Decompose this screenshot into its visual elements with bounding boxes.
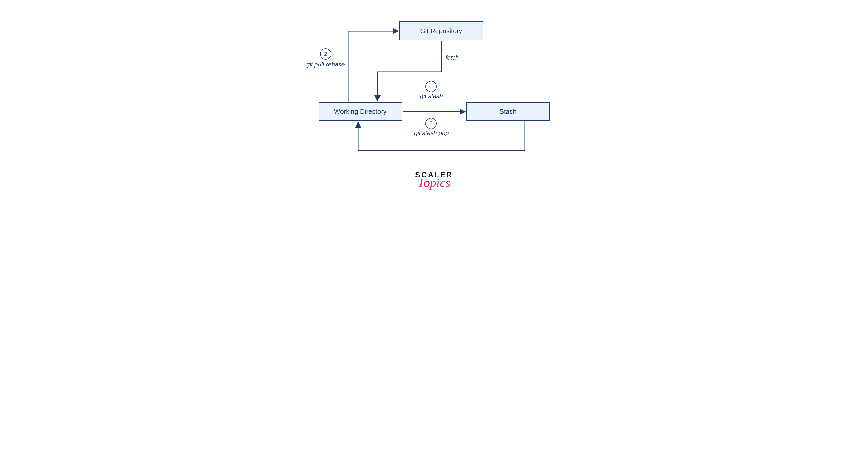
label-fetch: fetch: [445, 54, 476, 61]
node-git-repository-label: Git Repository: [420, 27, 462, 35]
label-stash-pop: git stash pop: [398, 130, 465, 137]
logo-line-topics: Topics: [406, 177, 462, 189]
node-git-repository: Git Repository: [399, 22, 483, 40]
node-working-directory-label: Working Directory: [334, 108, 386, 116]
step-badge-2: 2: [320, 49, 331, 60]
step-badge-3: 3: [426, 118, 437, 129]
step-badge-1-number: 1: [429, 83, 432, 90]
label-stash: git stash: [403, 93, 460, 100]
diagram-canvas: Git Repository Working Directory Stash 2…: [243, 0, 625, 209]
node-stash-label: Stash: [499, 108, 517, 116]
label-pull-rebase: git pull-rebase: [287, 61, 364, 68]
step-badge-3-number: 3: [429, 120, 432, 127]
scaler-topics-logo: SCALER Topics: [406, 171, 462, 189]
node-working-directory: Working Directory: [318, 102, 402, 121]
node-stash: Stash: [466, 102, 550, 121]
step-badge-1: 1: [426, 81, 437, 92]
step-badge-2-number: 2: [324, 51, 327, 57]
